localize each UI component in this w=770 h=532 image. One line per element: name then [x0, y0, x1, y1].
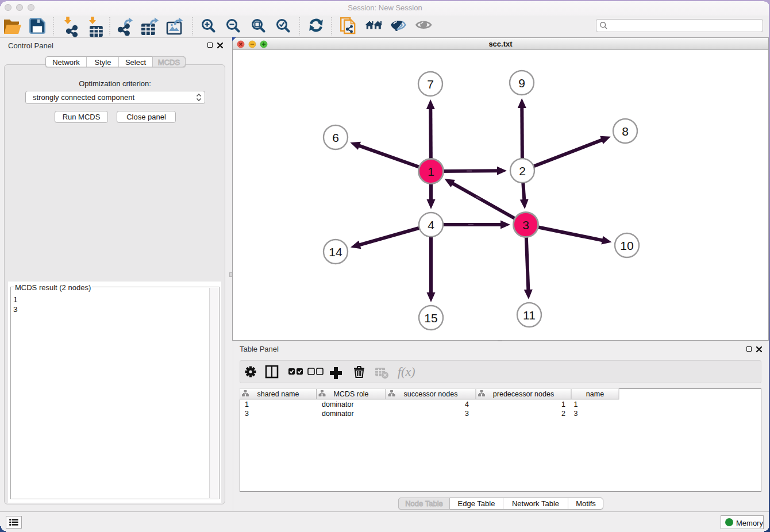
svg-text:3: 3 — [245, 410, 249, 418]
svg-text:7: 7 — [427, 78, 434, 91]
svg-text:1: 1 — [561, 400, 565, 408]
svg-text:dominator: dominator — [322, 410, 354, 418]
svg-text:shared name: shared name — [257, 390, 299, 398]
svg-text:name: name — [586, 390, 604, 398]
svg-text:predecessor nodes: predecessor nodes — [493, 390, 554, 398]
svg-text:6: 6 — [332, 131, 339, 144]
svg-text:successor nodes: successor nodes — [404, 390, 458, 398]
svg-text:dominator: dominator — [322, 400, 354, 408]
svg-text:1: 1 — [574, 400, 578, 408]
svg-text:4: 4 — [465, 400, 469, 408]
svg-text:1: 1 — [245, 400, 249, 408]
svg-text:1: 1 — [428, 165, 434, 178]
svg-text:14: 14 — [329, 245, 342, 259]
svg-text:4: 4 — [428, 218, 434, 232]
svg-text:2: 2 — [519, 164, 526, 178]
svg-text:f(x): f(x) — [398, 364, 415, 379]
svg-text:8: 8 — [622, 125, 629, 138]
svg-text:9: 9 — [518, 76, 525, 90]
svg-text:10: 10 — [620, 239, 633, 252]
svg-text:MCDS role: MCDS role — [333, 390, 368, 398]
svg-text:3: 3 — [574, 410, 578, 418]
svg-text:3: 3 — [522, 218, 529, 232]
svg-text:11: 11 — [523, 309, 536, 322]
svg-text:3: 3 — [465, 410, 469, 418]
svg-text:2: 2 — [561, 410, 565, 418]
svg-text:15: 15 — [424, 311, 437, 325]
